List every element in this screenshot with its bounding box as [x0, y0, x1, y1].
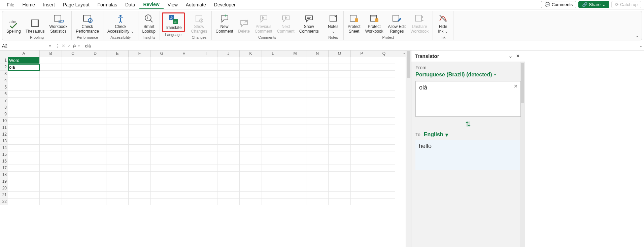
cell-N17[interactable] — [306, 165, 329, 172]
check-accessibility-button[interactable]: CheckAccessibility ⌄ — [105, 12, 136, 35]
cell-E8[interactable] — [106, 104, 129, 111]
cell-H18[interactable] — [173, 172, 195, 178]
cell-K11[interactable] — [240, 124, 262, 131]
cell-O1[interactable] — [329, 57, 351, 64]
cell-B8[interactable] — [40, 104, 62, 111]
row-header-11[interactable]: 11 — [0, 124, 8, 131]
cell-Q15[interactable] — [373, 151, 395, 158]
cell-I1[interactable] — [195, 57, 217, 64]
cell-F4[interactable] — [129, 77, 151, 84]
cell-C21[interactable] — [62, 192, 84, 199]
pane-dropdown-icon[interactable]: ⌄ — [507, 53, 514, 59]
cell-O15[interactable] — [329, 151, 351, 158]
row-header-16[interactable]: 16 — [0, 158, 8, 165]
row-header-1[interactable]: 1 — [0, 57, 8, 64]
cell-F16[interactable] — [129, 158, 151, 165]
cell-E20[interactable] — [106, 185, 129, 192]
cell-B16[interactable] — [40, 158, 62, 165]
cell-Q22[interactable] — [373, 199, 395, 205]
cell-C3[interactable] — [62, 71, 84, 77]
cell-E21[interactable] — [106, 192, 129, 199]
cell-M8[interactable] — [284, 104, 306, 111]
cell-K22[interactable] — [240, 199, 262, 205]
cell-A14[interactable] — [8, 145, 40, 151]
row-header-14[interactable]: 14 — [0, 145, 8, 151]
cell-G9[interactable] — [151, 111, 173, 118]
cell-F19[interactable] — [129, 178, 151, 185]
column-header-L[interactable]: L — [262, 50, 284, 57]
cell-C5[interactable] — [62, 84, 84, 91]
smart-lookup-button[interactable]: iSmartLookup — [140, 12, 158, 35]
cell-H12[interactable] — [173, 131, 195, 138]
enter-icon[interactable]: ✓ — [67, 43, 71, 48]
cell-C11[interactable] — [62, 124, 84, 131]
cell-A1[interactable]: Word — [8, 57, 40, 64]
cell-F7[interactable] — [129, 98, 151, 104]
cell-A7[interactable] — [8, 98, 40, 104]
cell-Q10[interactable] — [373, 118, 395, 124]
cell-B21[interactable] — [40, 192, 62, 199]
from-textbox[interactable]: olá ✕ — [415, 81, 521, 117]
cell-G16[interactable] — [151, 158, 173, 165]
cell-O10[interactable] — [329, 118, 351, 124]
cell-L15[interactable] — [262, 151, 284, 158]
cell-F9[interactable] — [129, 111, 151, 118]
cell-B20[interactable] — [40, 185, 62, 192]
cell-L9[interactable] — [262, 111, 284, 118]
cell-J10[interactable] — [217, 118, 240, 124]
cell-Q19[interactable] — [373, 178, 395, 185]
thesaurus-button[interactable]: Thesaurus — [24, 17, 47, 35]
cell-P1[interactable] — [351, 57, 373, 64]
cell-B15[interactable] — [40, 151, 62, 158]
cell-A9[interactable] — [8, 111, 40, 118]
cell-O4[interactable] — [329, 77, 351, 84]
column-header-O[interactable]: O — [329, 50, 351, 57]
cell-I4[interactable] — [195, 77, 217, 84]
cell-C15[interactable] — [62, 151, 84, 158]
cell-F17[interactable] — [129, 165, 151, 172]
cell-I2[interactable] — [195, 64, 217, 71]
row-header-3[interactable]: 3 — [0, 71, 8, 77]
cell-J15[interactable] — [217, 151, 240, 158]
cell-E2[interactable] — [106, 64, 129, 71]
cell-N15[interactable] — [306, 151, 329, 158]
ribbon-collapse-icon[interactable]: ⌄ — [636, 33, 639, 38]
check-performance-button[interactable]: CheckPerformance — [74, 12, 101, 35]
cell-Q6[interactable] — [373, 91, 395, 98]
cell-P12[interactable] — [351, 131, 373, 138]
cell-N3[interactable] — [306, 71, 329, 77]
cell-E17[interactable] — [106, 165, 129, 172]
cell-C18[interactable] — [62, 172, 84, 178]
cell-M4[interactable] — [284, 77, 306, 84]
cell-C7[interactable] — [62, 98, 84, 104]
cell-M16[interactable] — [284, 158, 306, 165]
cell-E7[interactable] — [106, 98, 129, 104]
cell-I13[interactable] — [195, 138, 217, 145]
cell-D20[interactable] — [84, 185, 106, 192]
row-header-7[interactable]: 7 — [0, 98, 8, 104]
cell-C12[interactable] — [62, 131, 84, 138]
tab-page-layout[interactable]: Page Layout — [59, 1, 94, 9]
cell-O5[interactable] — [329, 84, 351, 91]
cell-K2[interactable] — [240, 64, 262, 71]
cell-D21[interactable] — [84, 192, 106, 199]
cell-G18[interactable] — [151, 172, 173, 178]
cell-G12[interactable] — [151, 131, 173, 138]
cell-B7[interactable] — [40, 98, 62, 104]
column-header-F[interactable]: F — [129, 50, 151, 57]
cell-P4[interactable] — [351, 77, 373, 84]
cell-K17[interactable] — [240, 165, 262, 172]
cell-Q5[interactable] — [373, 84, 395, 91]
cell-M11[interactable] — [284, 124, 306, 131]
cell-D3[interactable] — [84, 71, 106, 77]
grid-scroll-up-icon[interactable]: ▴ — [403, 51, 405, 55]
cell-P2[interactable] — [351, 64, 373, 71]
column-header-N[interactable]: N — [306, 50, 329, 57]
cell-M13[interactable] — [284, 138, 306, 145]
cell-N2[interactable] — [306, 64, 329, 71]
cell-O6[interactable] — [329, 91, 351, 98]
row-header-17[interactable]: 17 — [0, 165, 8, 172]
column-header-I[interactable]: I — [195, 50, 217, 57]
cell-H2[interactable] — [173, 64, 195, 71]
cell-Q12[interactable] — [373, 131, 395, 138]
